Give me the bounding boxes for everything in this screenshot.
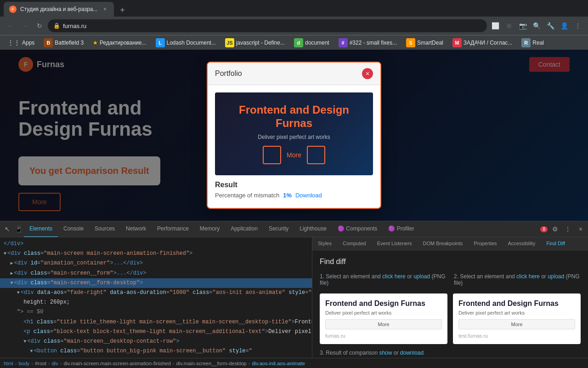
tab-profiler[interactable]: 🟣 Profiler (383, 221, 419, 237)
bookmark-battlefield-label: Battlefield 3 (55, 40, 84, 46)
menu-icon[interactable]: ⋮ (571, 19, 584, 32)
fd-card1-domain: furnas.ru (325, 333, 442, 339)
dom-line: ▼<div class="main-screen__desktop-contac… (0, 337, 312, 346)
bookmark-apps-label: Apps (22, 40, 34, 46)
zoom-icon[interactable]: 🔍 (530, 19, 543, 32)
fd-step1-click-here[interactable]: click here (382, 273, 406, 280)
tab-lighthouse[interactable]: Lighthouse (294, 221, 332, 237)
breadcrumb-html[interactable]: html (4, 361, 13, 366)
rt-tab-dom-breakpoints[interactable]: DOM Breakpoints (418, 237, 469, 250)
bookmark-js-label: javascript - Define... (236, 40, 285, 46)
bookmark-sd-label: SmartDeal (417, 40, 443, 46)
bookmark-javascript[interactable]: JS javascript - Define... (221, 37, 288, 49)
fd-step2-text: 2. Select an element and click here or u… (454, 273, 581, 286)
preview-more-text: More (287, 151, 301, 159)
breadcrumb-body[interactable]: body (18, 361, 29, 366)
bookmark-lodash[interactable]: L Lodash Document... (152, 37, 220, 49)
dom-line: <p class="block-text block-text_theme-li… (0, 327, 312, 337)
tab-close-button[interactable]: × (101, 6, 108, 13)
bookmark-icon[interactable]: ☆ (503, 19, 515, 32)
rt-tab-accessibility[interactable]: Accessibility (503, 237, 541, 250)
rt-tab-event-listeners[interactable]: Event Listeners (372, 237, 418, 250)
url-bar[interactable]: 🔒 furnas.ru (48, 19, 487, 32)
cast-icon[interactable]: ⬜ (489, 19, 502, 32)
tab-sources[interactable]: Sources (89, 221, 120, 237)
right-panel: Styles Computed Event Listeners DOM Brea… (312, 237, 588, 358)
tab-elements[interactable]: Elements (24, 221, 58, 237)
fd-step1-upload[interactable]: upload (413, 273, 430, 280)
tab-bar: F Студия дизайна и веб-разра... × + (0, 0, 588, 17)
forward-button[interactable]: → (18, 19, 31, 32)
devtools-settings-icon[interactable]: ⚙ (549, 224, 560, 235)
tab-console[interactable]: Console (58, 221, 89, 237)
breadcrumb-root[interactable]: #root (35, 361, 46, 366)
breadcrumb-main-screen[interactable]: div.main-screen.main-screen-animation-fi… (63, 361, 170, 366)
fd-card1-heading: Frontend and Design Furnas (325, 299, 442, 308)
bookmark-edit[interactable]: ★ Редактирование... (89, 38, 150, 47)
tab-memory[interactable]: Memory (194, 221, 225, 237)
modal-download-link[interactable]: Download (295, 192, 322, 199)
bookmark-lodash-icon: L (156, 38, 165, 47)
devtools-tabs: ↖ 📱 Elements Console Sources Network Per… (0, 221, 588, 237)
modal-body: Frontend and Design Furnas Deliver pixel… (208, 85, 380, 208)
rt-tab-properties[interactable]: Properties (468, 237, 502, 250)
fd-show-link[interactable]: show (379, 350, 392, 356)
bookmark-real-icon: R (521, 38, 531, 47)
active-tab[interactable]: F Студия дизайна и веб-разра... × (4, 2, 114, 17)
bookmark-apps[interactable]: ⋮⋮ Apps (4, 38, 38, 48)
bookmark-tasks[interactable]: M ЗАДАЧИ / Соглас... (449, 37, 516, 49)
preview-left-btn (263, 146, 281, 164)
breadcrumb-form-desktop[interactable]: div.main-screen__form-desktop (176, 361, 246, 366)
fd-step2-click-here[interactable]: click here (516, 273, 540, 280)
devtools-cursor-icon[interactable]: ↖ (2, 224, 13, 235)
find-diff-title: Find diff (320, 258, 581, 266)
screenshot-icon[interactable]: 📷 (516, 19, 529, 32)
main-content: F Furnas Do How... Contact Frontend andD… (0, 50, 588, 368)
rt-tab-styles[interactable]: Styles (312, 237, 337, 250)
breadcrumb-aos[interactable]: div.aos-init.aos-animate (252, 361, 305, 366)
bookmark-real[interactable]: R Real (518, 37, 548, 49)
devtools-main: </div> ▼<div class="main-screen main-scr… (0, 237, 588, 358)
bookmark-smartdeal[interactable]: S SmartDeal (402, 37, 447, 49)
modal-close-button[interactable]: × (362, 68, 373, 79)
devtools-close-icon[interactable]: × (575, 224, 586, 235)
rt-tab-computed[interactable]: Computed (337, 237, 372, 250)
bookmark-lodash-label: Lodash Document... (167, 40, 216, 46)
dom-line: </div> (0, 239, 312, 249)
back-button[interactable]: ← (4, 19, 17, 32)
breadcrumb-div[interactable]: div (52, 361, 58, 366)
fd-download-link[interactable]: download (400, 350, 424, 356)
tab-security[interactable]: Security (263, 221, 294, 237)
tab-components[interactable]: 🟣 Components (332, 221, 383, 237)
bookmark-issue[interactable]: # #322 - small fixes... (335, 37, 401, 49)
rt-tab-find-diff[interactable]: Find Diff (541, 237, 571, 250)
dom-line-selected[interactable]: ▼<div class="main-screen__form-desktop"> (0, 278, 312, 288)
preview-right-btn (307, 146, 325, 164)
bookmark-js-icon: JS (225, 38, 234, 47)
modal-preview: Frontend and Design Furnas Deliver pixel… (215, 92, 373, 175)
new-tab-button[interactable]: + (116, 4, 129, 17)
devtools-device-icon[interactable]: 📱 (13, 224, 24, 235)
profile-icon[interactable]: 👤 (558, 19, 571, 32)
devtools-more-icon[interactable]: ⋮ (562, 224, 573, 235)
dom-line: height: 260px; (0, 298, 312, 307)
bookmark-battlefield[interactable]: B Battlefield 3 (40, 37, 87, 49)
bookmark-tasks-label: ЗАДАЧИ / Соглас... (464, 40, 513, 46)
tab-performance[interactable]: Performance (152, 221, 194, 237)
tab-application[interactable]: Application (225, 221, 263, 237)
bookmark-document[interactable]: d document (290, 37, 333, 49)
reload-button[interactable]: ↻ (33, 19, 46, 32)
tab-network[interactable]: Network (120, 221, 152, 237)
fd-card1-btn[interactable]: More (325, 319, 442, 329)
find-diff-instructions: 1. Select an element and click here or u… (320, 273, 581, 286)
mismatch-percent: 1% (283, 192, 292, 199)
fd-result-row: 3. Result of comparison show or download (320, 350, 581, 356)
extension-icon[interactable]: 🔧 (544, 19, 557, 32)
dom-line: "> == $0 (0, 307, 312, 317)
bookmark-star-icon: ★ (93, 40, 98, 46)
preview-subtext: Deliver pixel perfect art works (224, 134, 364, 140)
fd-card2-btn[interactable]: More (458, 319, 575, 329)
modal-dialog: Portfolio × Frontend and Design Furnas D… (207, 62, 381, 209)
error-badge: 8 (540, 226, 548, 232)
fd-step2-upload[interactable]: upload (548, 273, 564, 280)
